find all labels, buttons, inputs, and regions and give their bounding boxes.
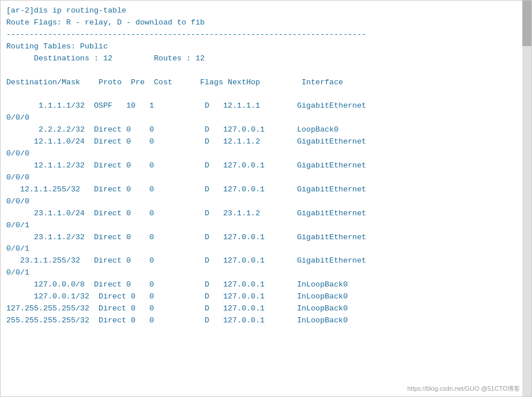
watermark-text: https://blog.csdn.net/GUO @51CTO博客 bbox=[407, 384, 520, 393]
scrollbar-thumb[interactable] bbox=[522, 1, 531, 46]
scrollbar-track[interactable] bbox=[522, 1, 531, 396]
main-window: [ar-2]dis ip routing-table Route Flags: … bbox=[0, 0, 532, 397]
terminal-text: [ar-2]dis ip routing-table Route Flags: … bbox=[6, 5, 526, 327]
terminal-output: [ar-2]dis ip routing-table Route Flags: … bbox=[1, 1, 531, 396]
